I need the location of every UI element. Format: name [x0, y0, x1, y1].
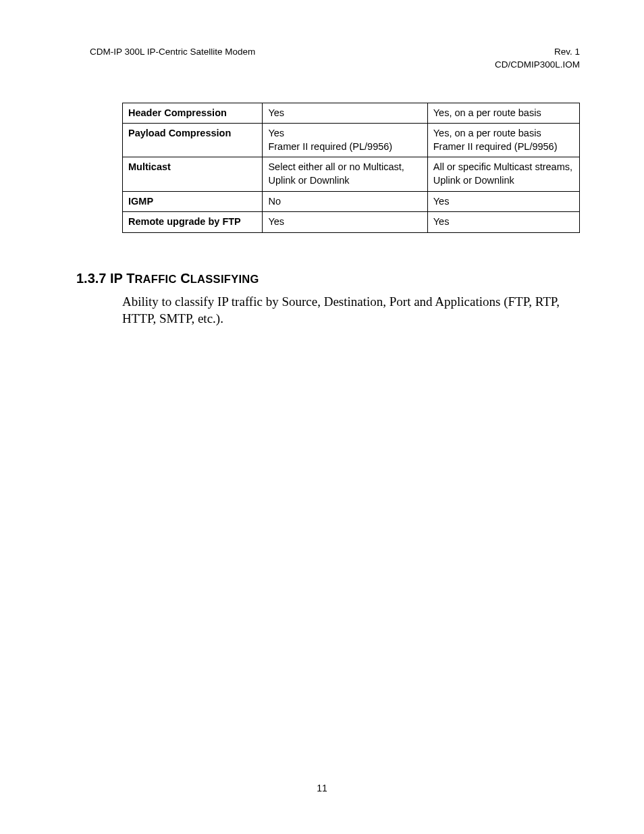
table-row: IGMP No Yes: [123, 191, 580, 212]
header-docid: CD/CDMIP300L.IOM: [495, 59, 580, 72]
section-heading: 1.3.7 IP TRAFFIC CLASSIFYING: [76, 271, 580, 286]
row-col3: Yes: [427, 191, 579, 212]
table-row: Header Compression Yes Yes, on a per rou…: [123, 103, 580, 124]
row-label: IGMP: [123, 191, 263, 212]
section-title-word2-cap: T: [126, 271, 134, 286]
table-row: Remote upgrade by FTP Yes Yes: [123, 212, 580, 233]
section-title-word3-rest: LASSIFYING: [190, 273, 259, 285]
row-col2: Select either all or no Multicast, Uplin…: [263, 157, 427, 191]
row-col2: Yes: [263, 212, 427, 233]
section-title-word2-rest: RAFFIC: [134, 273, 176, 285]
row-col2: YesFramer II required (PL/9956): [263, 124, 427, 157]
section-body: Ability to classify IP traffic by Source…: [122, 293, 573, 328]
row-col3: All or specific Multicast streams, Uplin…: [427, 157, 579, 191]
section-number: 1.3.7: [76, 271, 106, 286]
row-col3: Yes, on a per route basis: [427, 103, 579, 124]
row-label: Payload Compression: [123, 124, 263, 157]
features-table: Header Compression Yes Yes, on a per rou…: [122, 103, 580, 233]
row-col3: Yes: [427, 212, 579, 233]
row-label: Header Compression: [123, 103, 263, 124]
table-row: Payload Compression YesFramer II require…: [123, 124, 580, 157]
row-label: Remote upgrade by FTP: [123, 212, 263, 233]
table-row: Multicast Select either all or no Multic…: [123, 157, 580, 191]
row-col2: Yes: [263, 103, 427, 124]
header-left: CDM-IP 300L IP-Centric Satellite Modem: [90, 46, 255, 72]
header-rev: Rev. 1: [495, 46, 580, 59]
page-header: CDM-IP 300L IP-Centric Satellite Modem R…: [90, 46, 580, 72]
document-page: CDM-IP 300L IP-Centric Satellite Modem R…: [0, 0, 644, 834]
row-col3: Yes, on a per route basisFramer II requi…: [427, 124, 579, 157]
header-right: Rev. 1 CD/CDMIP300L.IOM: [495, 46, 580, 72]
row-col2: No: [263, 191, 427, 212]
section-title-word1: IP: [110, 271, 123, 286]
page-number: 11: [0, 783, 644, 793]
section-title-word3-cap: C: [180, 271, 190, 286]
row-label: Multicast: [123, 157, 263, 191]
